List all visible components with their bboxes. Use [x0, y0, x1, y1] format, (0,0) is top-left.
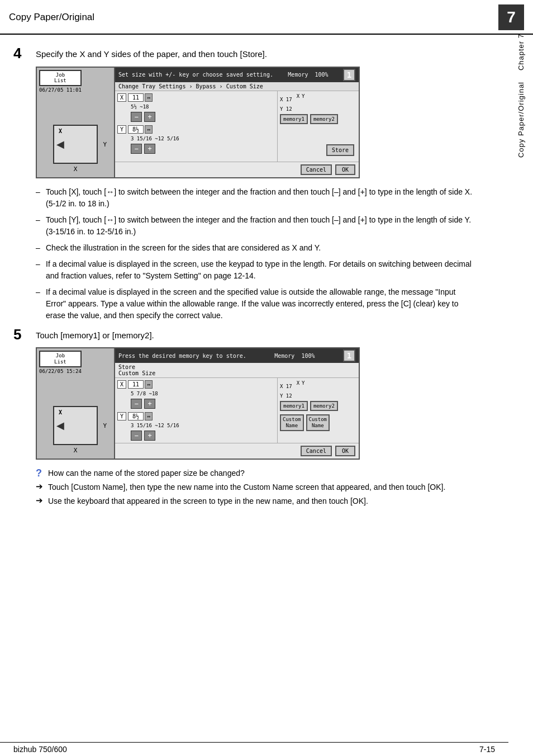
screen2-x-arrow[interactable]: ⇔	[145, 380, 153, 389]
bullet-item: – If a decimal value is displayed in the…	[36, 286, 475, 322]
screen1-x-label-diagram: X	[74, 166, 78, 173]
screen2-memory-info: Memory 100%	[274, 353, 315, 359]
screen1-y-range: 3 15/16 ~12 5/16	[131, 136, 275, 141]
screen1-memory2-btn[interactable]: memory2	[310, 114, 338, 124]
screen2-right-panel: Press the desired memory key to store. M…	[115, 348, 359, 459]
footer-right: 7-15	[479, 745, 495, 754]
screen1-y-pm: − +	[131, 144, 275, 154]
bullet-text: Touch [X], touch [↔] to switch between t…	[46, 186, 475, 210]
screen2-message: Press the desired memory key to store.	[118, 353, 246, 359]
screen1-right-panel: Set size with +/- key or choose saved se…	[115, 68, 359, 177]
screen2-left-arrow: ◀	[56, 419, 64, 432]
screen1-cancel-btn[interactable]: Cancel	[301, 164, 332, 175]
screen1-memory-btns: memory1 memory2	[280, 114, 356, 125]
screen2-y-minus[interactable]: −	[131, 431, 142, 441]
step5-text: Touch [memory1] or [memory2].	[36, 327, 154, 342]
screen1-x-label[interactable]: X	[117, 93, 126, 102]
bullet-text: If a decimal value is displayed in the s…	[46, 258, 475, 282]
screen1-y-label[interactable]: Y	[117, 125, 126, 134]
screen2-memory-section: X 17 Y 12 X Y memory1 memory2 CustomNam	[278, 378, 359, 443]
qa-arrow2-icon: ➔	[36, 495, 48, 505]
screen1-xy-controls: X 11 ⇔ 5½ ~18 − + Y 8½ ⇔ 3 15/	[115, 91, 278, 162]
screen1-badge: 1	[343, 69, 355, 81]
screen1-y-minus[interactable]: −	[131, 144, 142, 154]
step4-bullets: – Touch [X], touch [↔] to switch between…	[36, 186, 475, 322]
screen2-memory1-btn[interactable]: memory1	[280, 401, 308, 411]
screen2-y-plus[interactable]: +	[144, 431, 155, 441]
screen1-x-value[interactable]: 11	[128, 93, 144, 102]
screen2-job-btn[interactable]: JobList 06/22/05 15:24	[39, 351, 82, 374]
screen2-mem-xy: X 17 Y 12	[280, 380, 292, 399]
bullet-item: – Touch [X], touch [↔] to switch between…	[36, 186, 475, 210]
page-header: Copy Paper/Original 7	[0, 0, 533, 35]
screen1-top-bar: Set size with +/- key or choose saved se…	[115, 68, 359, 82]
screen2-custom2-btn[interactable]: CustomName	[306, 414, 330, 431]
screen2-x-label-diagram: X	[74, 447, 78, 454]
screen1-y-plus[interactable]: +	[144, 144, 155, 154]
screen1-left-panel: JobList 06/27/05 11:01 ◀ Y X X	[37, 68, 115, 177]
screen2-memory-btns: memory1 memory2	[280, 401, 356, 412]
screen2-y-range: 3 15/16 ~12 5/16	[131, 423, 275, 428]
screen1-y-label-diagram: Y	[103, 140, 107, 148]
screen2-x-plus[interactable]: +	[144, 399, 155, 409]
screen2-controls: X 11 ⇔ 5 7/8 ~18 − + Y 8½ ⇔ 3	[115, 378, 359, 443]
screen2-y-row: Y 8½ ⇔	[117, 412, 275, 420]
bullet-item: – Touch [Y], touch [↔] to switch between…	[36, 214, 475, 238]
screen2-store-label: Store Custom Size	[115, 363, 359, 378]
screen2-badge: 1	[343, 349, 355, 362]
screen1-memory-section: X 17 Y 12 X Y memory1 memory2 Store	[278, 91, 359, 162]
screen2-x-label[interactable]: X	[117, 380, 126, 389]
screen1-left-arrow: ◀	[56, 138, 64, 150]
screen1-memory-info: Memory 100%	[288, 72, 328, 78]
screen2-x-top: X	[59, 409, 62, 415]
screen1-job-btn[interactable]: JobList 06/27/05 11:01	[39, 70, 82, 93]
screen1-x-plus[interactable]: +	[144, 112, 155, 122]
bullet-item: – Check the illustration in the screen f…	[36, 242, 475, 254]
screen1-store-btn[interactable]: Store	[326, 144, 354, 156]
screen1-x-range: 5½ ~18	[131, 104, 275, 110]
screen1-x-arrow[interactable]: ⇔	[145, 93, 153, 102]
screen2-top-bar: Press the desired memory key to store. M…	[115, 348, 359, 363]
screen2: JobList 06/22/05 15:24 ◀ Y X X Press the…	[36, 347, 360, 460]
screen2-job-list-btn[interactable]: JobList	[39, 351, 82, 367]
screen1-memory1-btn[interactable]: memory1	[280, 114, 308, 124]
qa-answer2-row: ➔ Use the keyboard that appeared in the …	[36, 495, 475, 507]
screen2-x-value[interactable]: 11	[128, 380, 144, 389]
screen2-custom1-btn[interactable]: CustomName	[280, 414, 304, 431]
screen2-ok-btn[interactable]: OK	[335, 446, 355, 456]
screen1-datetime: 06/27/05 11:01	[39, 87, 82, 93]
screen1: JobList 06/27/05 11:01 ◀ Y X X Set size …	[36, 67, 360, 178]
screen1-mem-x: X 17 Y 12	[280, 93, 292, 112]
screen2-x-range: 5 7/8 ~18	[131, 391, 275, 396]
bullet-item: – If a decimal value is displayed in the…	[36, 258, 475, 282]
screen2-mem-vals: X 17 Y 12 X Y	[280, 380, 356, 399]
screen1-bottom-bar: Cancel OK	[115, 162, 359, 177]
screen2-xy-cols: X Y	[297, 380, 305, 399]
screen2-memory2-btn[interactable]: memory2	[310, 401, 338, 411]
step4-row: 4 Specify the X and Y sides of the paper…	[13, 46, 475, 61]
screen2-cancel-btn[interactable]: Cancel	[301, 446, 332, 456]
qa-question-text: How can the name of the stored paper siz…	[48, 467, 245, 479]
screen1-y-arrow[interactable]: ⇔	[145, 125, 153, 134]
screen1-controls: X 11 ⇔ 5½ ~18 − + Y 8½ ⇔ 3 15/	[115, 91, 359, 162]
screen2-y-label[interactable]: Y	[117, 412, 126, 420]
screen2-x-minus[interactable]: −	[131, 399, 142, 409]
step5-number: 5	[13, 327, 31, 342]
sidebar-section-label: Copy Paper/Original	[517, 82, 525, 158]
job-list-btn[interactable]: JobList	[39, 70, 82, 87]
screen2-y-pm: − +	[131, 431, 275, 441]
screen1-x-minus[interactable]: −	[131, 112, 142, 122]
step4-text: Specify the X and Y sides of the paper, …	[36, 46, 267, 61]
qa-section: ? How can the name of the stored paper s…	[36, 467, 475, 507]
screen1-paper-diagram: ◀ Y X X	[53, 125, 98, 164]
screen2-x-row: X 11 ⇔	[117, 380, 275, 389]
step5-row: 5 Touch [memory1] or [memory2].	[13, 327, 475, 342]
screen1-ok-btn[interactable]: OK	[335, 164, 355, 175]
bullet-text: Check the illustration in the screen for…	[46, 242, 321, 254]
screen1-xy-cols: X Y	[297, 93, 305, 112]
screen1-y-value[interactable]: 8½	[128, 125, 144, 134]
screen2-y-value[interactable]: 8½	[128, 412, 144, 420]
screen1-breadcrumb: Change Tray Settings › Bypass › Custom S…	[115, 82, 359, 91]
screen2-y-arrow[interactable]: ⇔	[145, 412, 153, 420]
bullet-text: If a decimal value is displayed in the s…	[46, 286, 475, 322]
